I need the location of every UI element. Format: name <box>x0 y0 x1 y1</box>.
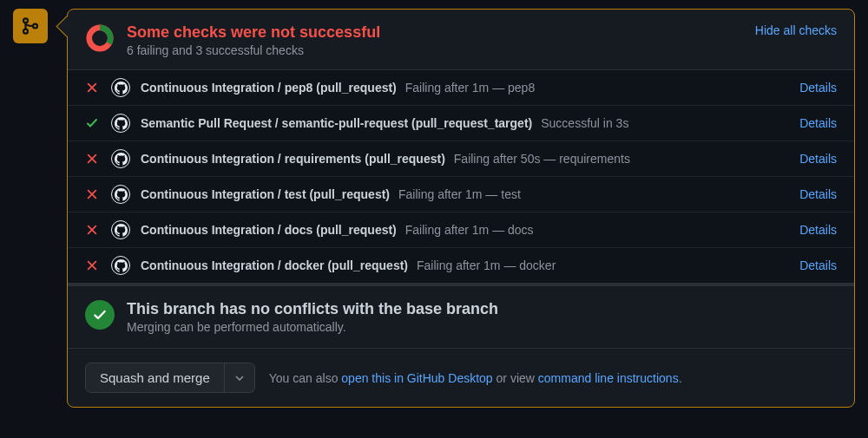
open-desktop-link[interactable]: open this in GitHub Desktop <box>341 371 492 385</box>
merge-prefix: You can also <box>269 371 342 385</box>
actor-avatar <box>111 185 130 204</box>
check-row: Continuous Integration / requirements (p… <box>68 141 854 177</box>
merge-dropdown-button[interactable] <box>225 363 255 393</box>
actor-avatar <box>111 256 130 275</box>
check-name: Continuous Integration / pep8 (pull_requ… <box>141 81 397 95</box>
check-name: Continuous Integration / requirements (p… <box>141 152 445 166</box>
github-icon <box>115 224 128 237</box>
check-icon <box>85 116 99 130</box>
svg-point-1 <box>23 29 28 34</box>
status-icon <box>85 82 99 94</box>
git-merge-icon <box>21 16 40 36</box>
check-details-link[interactable]: Details <box>799 81 837 95</box>
check-status: Failing after 1m — pep8 <box>405 81 535 95</box>
svg-point-2 <box>33 24 37 29</box>
x-icon <box>86 259 98 271</box>
actor-avatar <box>111 114 130 133</box>
success-badge <box>85 300 115 330</box>
status-icon <box>85 153 99 165</box>
status-icon <box>85 188 99 200</box>
status-icon <box>85 259 99 271</box>
check-name: Semantic Pull Request / semantic-pull-re… <box>141 116 532 130</box>
check-status: Failing after 50s — requirements <box>454 152 630 166</box>
status-donut-icon <box>85 23 115 53</box>
checks-list: Continuous Integration / pep8 (pull_requ… <box>68 70 854 283</box>
status-icon <box>85 116 99 130</box>
check-row: Continuous Integration / docker (pull_re… <box>68 248 854 283</box>
merge-suffix: . <box>679 371 682 385</box>
check-details-link[interactable]: Details <box>799 187 837 201</box>
check-details-link[interactable]: Details <box>799 116 837 130</box>
check-status: Successful in 3s <box>541 116 628 130</box>
check-name: Continuous Integration / docker (pull_re… <box>141 258 408 272</box>
conflict-section: This branch has no conflicts with the ba… <box>68 283 854 349</box>
merge-mid: or view <box>493 371 538 385</box>
github-icon <box>115 117 128 130</box>
merge-button-group: Squash and merge <box>85 363 255 393</box>
merge-section: Squash and merge You can also open this … <box>68 349 854 407</box>
checks-title: Some checks were not successful <box>127 23 380 42</box>
check-icon <box>92 307 108 323</box>
check-status: Failing after 1m — test <box>398 187 521 201</box>
x-icon <box>86 224 98 236</box>
conflict-subtitle: Merging can be performed automatically. <box>127 320 498 334</box>
check-details-link[interactable]: Details <box>799 258 837 272</box>
actor-avatar <box>111 220 130 239</box>
x-icon <box>86 188 98 200</box>
checks-subtitle: 6 failing and 3 successful checks <box>127 43 380 57</box>
x-icon <box>86 153 98 165</box>
actor-avatar <box>111 149 130 168</box>
check-row: Continuous Integration / pep8 (pull_requ… <box>68 70 854 106</box>
check-name: Continuous Integration / docs (pull_requ… <box>141 223 397 237</box>
check-name: Continuous Integration / test (pull_requ… <box>141 187 390 201</box>
check-row: Continuous Integration / docs (pull_requ… <box>68 212 854 248</box>
check-details-link[interactable]: Details <box>799 223 837 237</box>
status-icon <box>85 224 99 236</box>
check-details-link[interactable]: Details <box>799 152 837 166</box>
github-icon <box>115 82 128 95</box>
github-icon <box>115 188 128 201</box>
merge-status-badge <box>13 9 48 43</box>
conflict-title: This branch has no conflicts with the ba… <box>127 300 498 318</box>
actor-avatar <box>111 78 130 97</box>
github-icon <box>115 259 128 272</box>
squash-merge-button[interactable]: Squash and merge <box>85 363 225 393</box>
merge-panel: Some checks were not successful 6 failin… <box>67 9 855 408</box>
x-icon <box>86 82 98 94</box>
check-row: Semantic Pull Request / semantic-pull-re… <box>68 106 854 141</box>
hide-checks-link[interactable]: Hide all checks <box>755 23 837 37</box>
github-icon <box>115 153 128 166</box>
check-status: Failing after 1m — docker <box>417 258 556 272</box>
check-row: Continuous Integration / test (pull_requ… <box>68 177 854 212</box>
check-status: Failing after 1m — docs <box>405 223 534 237</box>
merge-help-text: You can also open this in GitHub Desktop… <box>269 371 682 385</box>
svg-point-0 <box>23 18 28 23</box>
cmdline-link[interactable]: command line instructions <box>538 371 679 385</box>
caret-down-icon <box>235 376 244 381</box>
checks-header: Some checks were not successful 6 failin… <box>68 10 854 70</box>
